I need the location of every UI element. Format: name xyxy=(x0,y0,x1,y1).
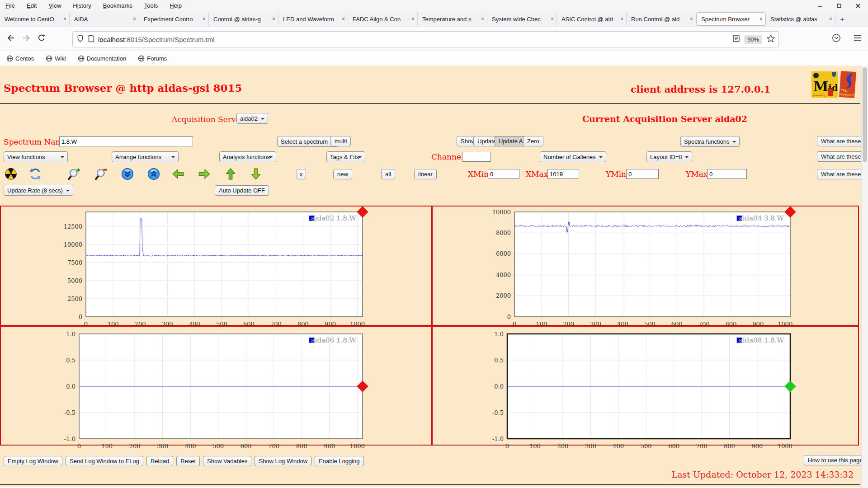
linear-button[interactable]: linear xyxy=(414,169,437,179)
tab-close-icon[interactable]: × xyxy=(201,16,206,22)
tab-close-icon[interactable]: × xyxy=(340,16,345,22)
ymin-input[interactable] xyxy=(626,169,659,179)
zero-button[interactable]: Zero xyxy=(523,136,543,146)
page-scrollbar[interactable] xyxy=(861,66,868,488)
empty-log-window-button[interactable]: Empty Log Window xyxy=(4,456,62,466)
spectrum-chart-aida04[interactable]: 0100200300400500600700800900100002000400… xyxy=(486,206,807,333)
pocket-icon[interactable] xyxy=(832,33,841,44)
browser-tab[interactable]: Control @ aidas-g× xyxy=(209,12,278,26)
tags-fits-select[interactable]: Tags & Fits xyxy=(326,151,365,162)
browser-tab[interactable]: ASIC Control @ aid× xyxy=(557,12,627,26)
browser-tab[interactable]: Temperature and s× xyxy=(418,12,487,26)
refresh-icon[interactable] xyxy=(29,168,42,180)
arrow-left-icon[interactable] xyxy=(172,168,184,180)
tab-close-icon[interactable]: × xyxy=(549,16,554,22)
browser-tab[interactable]: Run Control @ aid× xyxy=(627,12,696,26)
browser-tab[interactable]: Experiment Contro× xyxy=(139,12,209,26)
update-rate-select[interactable]: Update Rate (8 secs) xyxy=(4,185,73,196)
page-info-icon[interactable] xyxy=(88,35,94,44)
bookmark-centos[interactable]: Centos xyxy=(6,55,34,62)
tab-close-icon[interactable]: × xyxy=(410,16,415,22)
show-log-window-button[interactable]: Show Log Window xyxy=(255,456,311,466)
what-are-these-button-2[interactable]: What are these? xyxy=(817,151,868,162)
arrow-down-icon[interactable] xyxy=(250,168,262,180)
browser-tab[interactable]: Welcome to CentO× xyxy=(0,12,70,26)
reader-mode-icon[interactable] xyxy=(733,35,740,44)
back-icon[interactable] xyxy=(6,34,15,44)
menu-bookmarks[interactable]: Bookmarks xyxy=(103,2,132,9)
browser-tab[interactable]: AIDA× xyxy=(70,12,139,26)
radiation-icon[interactable] xyxy=(5,168,17,180)
spectrum-chart-aida06[interactable]: 01002003004005006007008009001000-1.0-0.5… xyxy=(51,328,380,455)
select-a-spectrum-select[interactable]: Select a spectrum xyxy=(277,136,338,147)
all-button[interactable]: all xyxy=(381,169,395,179)
tab-close-icon[interactable]: × xyxy=(131,16,136,22)
minimize-icon[interactable] xyxy=(817,3,823,9)
spectrum-panel-aida02[interactable]: 0100200300400500600700800900100002500500… xyxy=(0,206,432,326)
menu-tools[interactable]: Tools xyxy=(144,2,158,9)
ymax-input[interactable] xyxy=(707,169,747,179)
scroll-down-icon[interactable] xyxy=(121,168,134,180)
scrollbar-thumb[interactable] xyxy=(863,67,867,162)
reload-icon[interactable] xyxy=(37,34,46,44)
auto-update-button[interactable]: Auto Update OFF xyxy=(215,185,269,196)
spectrum-panel-aida04[interactable]: 0100200300400500600700800900100002000400… xyxy=(432,206,859,326)
reset-button[interactable]: Reset xyxy=(176,456,200,466)
xmax-input[interactable] xyxy=(547,169,579,179)
url-bar[interactable]: localhost:8015/Spectrum/Spectrum.tml 90% xyxy=(72,31,779,47)
menu-file[interactable]: File xyxy=(5,2,15,9)
maximize-icon[interactable] xyxy=(836,3,842,9)
zoom-level-badge[interactable]: 90% xyxy=(744,35,762,44)
close-icon[interactable] xyxy=(855,3,861,9)
tab-close-icon[interactable]: × xyxy=(618,16,623,22)
how-to-use-button[interactable]: How to use this page xyxy=(804,455,867,465)
spectrum-panel-aida06[interactable]: 01002003004005006007008009001000-1.0-0.5… xyxy=(0,326,432,446)
arrange-functions-select[interactable]: Arrange functions xyxy=(112,151,179,162)
scroll-up-icon[interactable] xyxy=(147,168,160,180)
xmin-input[interactable] xyxy=(488,169,519,179)
browser-tab[interactable]: FADC Align & Con× xyxy=(348,12,418,26)
send-log-window-to-elog-button[interactable]: Send Log Window to ELog xyxy=(66,456,143,466)
channel-input[interactable] xyxy=(462,152,491,162)
menu-help[interactable]: Help xyxy=(170,2,182,9)
hamburger-menu-icon[interactable] xyxy=(854,34,862,43)
zoom-in-icon[interactable] xyxy=(68,168,80,180)
bookmark-star-icon[interactable] xyxy=(767,34,775,44)
arrow-right-icon[interactable] xyxy=(198,168,211,180)
shield-icon[interactable] xyxy=(76,34,84,44)
tab-close-icon[interactable]: × xyxy=(827,16,832,22)
layout-id-select[interactable]: Layout ID=8 xyxy=(646,151,692,162)
number-of-galleries-select[interactable]: Number of Galleries xyxy=(540,151,606,162)
view-functions-select[interactable]: View functions xyxy=(4,151,68,162)
spectrum-name-input[interactable] xyxy=(59,136,193,146)
menu-edit[interactable]: Edit xyxy=(27,2,37,9)
zoom-out-icon[interactable] xyxy=(95,168,108,180)
browser-tab[interactable]: Spectrum Browser× xyxy=(696,12,766,26)
bookmark-documentation[interactable]: Documentation xyxy=(78,55,126,62)
analysis-functions-select[interactable]: Analysis functions xyxy=(219,151,276,162)
tab-close-icon[interactable]: × xyxy=(270,16,275,22)
acquisition-server-select[interactable]: aida02 xyxy=(236,113,268,124)
tab-close-icon[interactable]: × xyxy=(61,16,66,22)
browser-tab[interactable]: System wide Chec× xyxy=(487,12,557,26)
x-button[interactable]: x xyxy=(297,169,306,179)
menu-view[interactable]: View xyxy=(48,2,61,9)
tab-close-icon[interactable]: × xyxy=(758,16,763,22)
enable-logging-button[interactable]: Enable Logging xyxy=(315,456,363,466)
spectrum-panel-aida08[interactable]: 01002003004005006007008009001000-1.0-0.5… xyxy=(432,326,859,446)
bookmark-wiki[interactable]: Wiki xyxy=(46,55,66,62)
arrow-up-icon[interactable] xyxy=(224,168,237,180)
browser-tab[interactable]: LED and Waveform× xyxy=(278,12,348,26)
tab-close-icon[interactable]: × xyxy=(688,16,693,22)
what-are-these-button-1[interactable]: What are these? xyxy=(817,136,868,146)
menu-history[interactable]: History xyxy=(73,2,91,9)
show-variables-button[interactable]: Show Variables xyxy=(203,456,251,466)
spectrum-chart-aida08[interactable]: 01002003004005006007008009001000-1.0-0.5… xyxy=(479,328,807,455)
multi-button[interactable]: multi xyxy=(330,136,351,146)
forward-icon[interactable] xyxy=(22,34,31,44)
bookmark-forums[interactable]: Forums xyxy=(138,55,167,62)
spectrum-chart-aida02[interactable]: 0100200300400500600700800900100002500500… xyxy=(58,206,380,333)
browser-tab[interactable]: Statistics @ aidas× xyxy=(766,12,835,26)
what-are-these-button-3[interactable]: What are these? xyxy=(817,169,868,179)
new-button[interactable]: new xyxy=(333,169,352,179)
